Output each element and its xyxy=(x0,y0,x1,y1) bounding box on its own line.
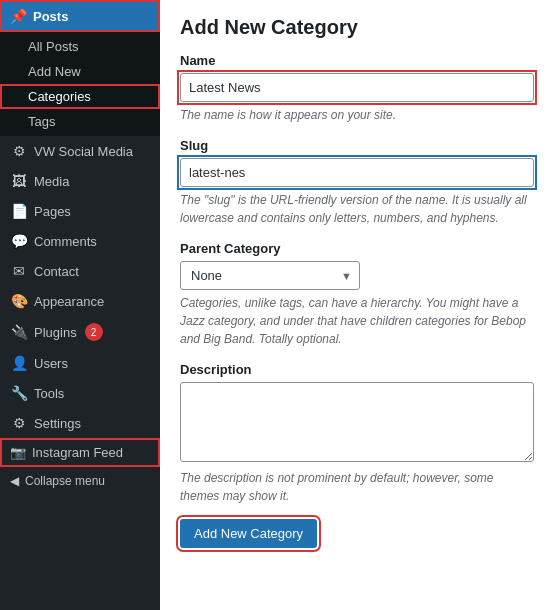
sidebar-item-all-posts[interactable]: All Posts xyxy=(0,34,160,59)
sidebar-item-categories[interactable]: Categories xyxy=(0,84,160,109)
description-label: Description xyxy=(180,362,534,377)
sidebar-item-label: Plugins xyxy=(34,325,77,340)
sidebar-item-tags[interactable]: Tags xyxy=(0,109,160,134)
contact-icon: ✉ xyxy=(10,263,28,279)
sidebar-item-vw-social-media[interactable]: ⚙ VW Social Media xyxy=(0,136,160,166)
name-input[interactable] xyxy=(180,73,534,102)
parent-category-field-group: Parent Category None ▼ Categories, unlik… xyxy=(180,241,534,348)
posts-icon: 📌 xyxy=(10,8,27,24)
pages-icon: 📄 xyxy=(10,203,28,219)
sidebar-item-add-new[interactable]: Add New xyxy=(0,59,160,84)
instagram-icon: 📷 xyxy=(10,445,26,460)
sidebar-posts-label: Posts xyxy=(33,9,68,24)
sidebar-item-label: Media xyxy=(34,174,69,189)
parent-category-select[interactable]: None xyxy=(180,261,360,290)
sidebar-item-label: Comments xyxy=(34,234,97,249)
sidebar-item-label: Contact xyxy=(34,264,79,279)
slug-input[interactable] xyxy=(180,158,534,187)
tools-icon: 🔧 xyxy=(10,385,28,401)
slug-description: The "slug" is the URL-friendly version o… xyxy=(180,191,534,227)
sidebar-item-tools[interactable]: 🔧 Tools xyxy=(0,378,160,408)
sidebar-posts-header[interactable]: 📌 Posts xyxy=(0,0,160,32)
sidebar-item-instagram-feed[interactable]: 📷 Instagram Feed xyxy=(0,438,160,467)
sidebar-item-label: Settings xyxy=(34,416,81,431)
name-label: Name xyxy=(180,53,534,68)
sidebar-item-appearance[interactable]: 🎨 Appearance xyxy=(0,286,160,316)
collapse-menu-label: Collapse menu xyxy=(25,474,105,488)
name-field-group: Name The name is how it appears on your … xyxy=(180,53,534,124)
add-new-category-button[interactable]: Add New Category xyxy=(180,519,317,548)
sidebar-item-users[interactable]: 👤 Users xyxy=(0,348,160,378)
vw-social-media-icon: ⚙ xyxy=(10,143,28,159)
sidebar-collapse-menu[interactable]: ◀ Collapse menu xyxy=(0,467,160,495)
comments-icon: 💬 xyxy=(10,233,28,249)
plugins-badge: 2 xyxy=(85,323,103,341)
parent-description: Categories, unlike tags, can have a hier… xyxy=(180,294,534,348)
sidebar-instagram-label: Instagram Feed xyxy=(32,445,123,460)
sidebar: 📌 Posts All Posts Add New Categories Tag… xyxy=(0,0,160,610)
description-field-group: Description The description is not promi… xyxy=(180,362,534,505)
sidebar-submenu: All Posts Add New Categories Tags xyxy=(0,32,160,136)
users-icon: 👤 xyxy=(10,355,28,371)
sidebar-item-label: Users xyxy=(34,356,68,371)
media-icon: 🖼 xyxy=(10,173,28,189)
sidebar-item-pages[interactable]: 📄 Pages xyxy=(0,196,160,226)
parent-category-select-wrapper: None ▼ xyxy=(180,261,360,290)
slug-label: Slug xyxy=(180,138,534,153)
sidebar-item-contact[interactable]: ✉ Contact xyxy=(0,256,160,286)
sidebar-item-media[interactable]: 🖼 Media xyxy=(0,166,160,196)
description-note: The description is not prominent by defa… xyxy=(180,469,534,505)
slug-input-wrapper xyxy=(180,158,534,187)
name-description: The name is how it appears on your site. xyxy=(180,106,534,124)
slug-field-group: Slug The "slug" is the URL-friendly vers… xyxy=(180,138,534,227)
sidebar-item-label: Appearance xyxy=(34,294,104,309)
sidebar-item-label: VW Social Media xyxy=(34,144,133,159)
plugins-icon: 🔌 xyxy=(10,324,28,340)
sidebar-item-comments[interactable]: 💬 Comments xyxy=(0,226,160,256)
sidebar-item-label: Pages xyxy=(34,204,71,219)
collapse-icon: ◀ xyxy=(10,474,19,488)
sidebar-item-plugins[interactable]: 🔌 Plugins 2 xyxy=(0,316,160,348)
main-content: Add New Category Name The name is how it… xyxy=(160,0,554,610)
parent-category-label: Parent Category xyxy=(180,241,534,256)
sidebar-item-label: Tools xyxy=(34,386,64,401)
page-title: Add New Category xyxy=(180,16,534,39)
appearance-icon: 🎨 xyxy=(10,293,28,309)
settings-icon: ⚙ xyxy=(10,415,28,431)
name-input-wrapper xyxy=(180,73,534,102)
sidebar-item-settings[interactable]: ⚙ Settings xyxy=(0,408,160,438)
description-textarea[interactable] xyxy=(180,382,534,462)
